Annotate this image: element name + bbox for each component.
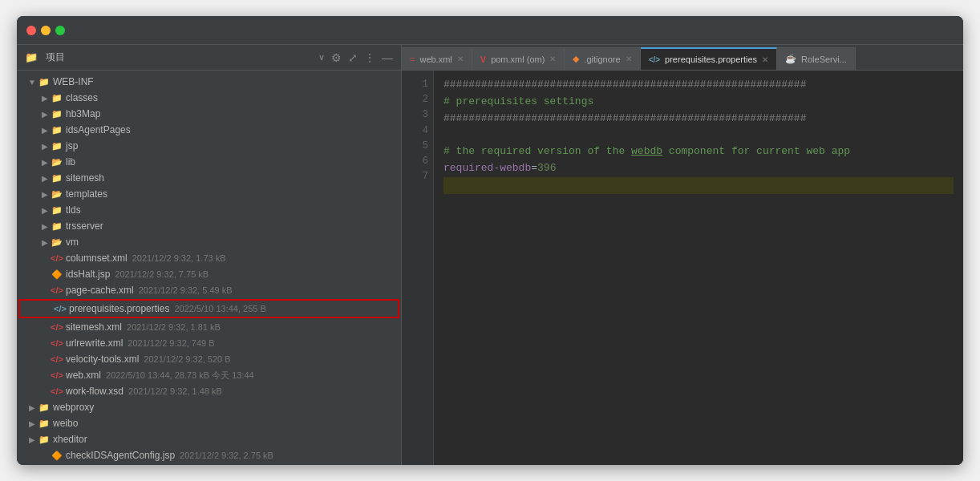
tab-icon-xml: = [410,55,415,64]
tree-item-label: weibo [53,418,78,429]
file-meta: 2021/12/2 9:32, 749 B [128,338,214,348]
chevron-icon: ▶ [39,124,51,135]
tree-item-classes[interactable]: ▶ 📁 classes [17,90,401,106]
file-meta: 2021/12/2 9:32, 5.49 kB [139,285,233,295]
tab-prerequisites-properties[interactable]: </> prerequisites.properties ✕ [641,47,777,70]
tree-item-label: classes [66,92,98,103]
tree-item-idshalt-jsp[interactable]: ▶ 🔶 idsHalt.jsp 2021/12/2 9:32, 7.75 kB [17,266,401,282]
chevron-icon: ▶ [39,92,51,103]
line-number: 1 [407,77,428,92]
folder-yellow-icon: 📂 [51,236,63,249]
code-line-4 [443,127,954,143]
line-number: 3 [407,107,428,123]
title-bar [17,16,963,45]
chevron-icon: ▶ [26,402,38,413]
tree-item-webproxy[interactable]: ▶ 📁 webproxy [17,399,401,415]
tree-item-sitemesh-xml[interactable]: ▶ </> sitemesh.xml 2021/12/2 9:32, 1.81 … [17,319,401,335]
tree-item-sitemesh[interactable]: ▶ 📁 sitemesh [17,170,401,186]
maximize-button[interactable] [55,26,65,35]
tree-item-prerequisites-properties[interactable]: ▶ </> prerequisites.properties 2022/5/10… [18,299,399,318]
tree-item-weibo[interactable]: ▶ 📁 weibo [17,415,401,431]
expand-icon[interactable]: ⤢ [348,51,358,64]
tree-item-label: sitemesh [66,172,104,184]
tab-roleservi[interactable]: ☕ RoleServi... [777,47,856,70]
folder-icon: 📁 [51,220,63,232]
file-meta: 2021/12/2 9:32, 1.48 kB [128,386,222,396]
tree-item-label: idsAgentPages [66,124,131,135]
sidebar-tree: ▼ 📁 WEB-INF ▶ 📁 classes ▶ 📁 hb3Map [17,71,401,465]
code-editor[interactable]: 1 2 3 4 5 6 7 ##########################… [402,71,963,465]
xml-file-icon: </> [51,321,63,333]
tree-item-label: idsHalt.jsp [66,269,110,280]
code-comment: # the required version of the webdb comp… [443,145,850,157]
main-window: 📁 项目 ∨ ⚙ ⤢ ⋮ — ▼ 📁 WEB-INF [17,16,963,465]
prop-file-icon: </> [54,302,67,315]
folder-icon: 📁 [38,401,51,414]
folder-icon: 📁 [38,75,51,88]
tree-item-urlrewrite-xml[interactable]: ▶ </> urlrewrite.xml 2021/12/2 9:32, 749… [17,335,401,351]
xml-file-icon: </> [51,284,63,297]
folder-icon: 📁 [51,91,63,104]
tree-item-trsserver[interactable]: ▶ 📁 trsserver [17,218,401,234]
collapse-icon[interactable]: — [382,51,393,64]
folder-yellow-icon: 📂 [51,156,63,168]
chevron-icon: ▶ [39,188,51,200]
tab-close-button[interactable]: ✕ [457,55,464,63]
tab-close-button[interactable]: ✕ [626,55,632,63]
tree-item-xheditor[interactable]: ▶ 📁 xheditor [17,431,401,447]
line-number: 7 [407,169,428,184]
code-line-3: ########################################… [443,111,954,127]
tree-item-jsp[interactable]: ▶ 📁 jsp [17,138,401,154]
tab-pom-xml[interactable]: V pom.xml (om) ✕ [472,47,565,70]
tab-label: RoleServi... [801,55,847,64]
tree-item-web-xml[interactable]: ▶ </> web.xml 2022/5/10 13:44, 28.73 kB … [17,367,401,383]
tree-item-crt-html[interactable]: ▶ 🟧 crt.html 2021/12/2 9:32, 461 B [17,463,401,465]
tree-item-work-flow-xsd[interactable]: ▶ </> work-flow.xsd 2021/12/2 9:32, 1.48… [17,383,401,399]
more-icon[interactable]: ⋮ [364,51,375,64]
tree-item-templates[interactable]: ▶ 📂 templates [17,186,401,202]
close-button[interactable] [26,26,36,35]
tab-label: web.xml [419,55,452,64]
tree-item-hb3map[interactable]: ▶ 📁 hb3Map [17,106,401,122]
file-meta: 2022/5/10 13:44, 28.73 kB 今天 13:44 [106,370,254,382]
tab-close-button[interactable]: ✕ [549,55,556,63]
tree-item-label: columnset.xml [66,253,128,264]
tree-item-label: lib [66,156,75,168]
tab-icon-maven: V [480,55,486,64]
code-line-1: ########################################… [443,77,954,94]
chevron-icon: ▼ [26,76,38,87]
code-hash: ########################################… [443,79,806,91]
tree-item-web-inf[interactable]: ▼ 📁 WEB-INF [17,74,401,90]
tree-item-lib[interactable]: ▶ 📂 lib [17,154,401,170]
tab-close-button[interactable]: ✕ [762,55,768,64]
file-meta: 2022/5/10 13:44, 255 B [174,304,265,313]
tree-item-idsagentpages[interactable]: ▶ 📁 idsAgentPages [17,122,401,138]
code-line-6: required-webdb=396 [443,160,954,177]
tree-item-checkids-jsp[interactable]: ▶ 🔶 checkIDSAgentConfig.jsp 2021/12/2 9:… [17,447,401,463]
tree-item-columnset-xml[interactable]: ▶ </> columnset.xml 2021/12/2 9:32, 1.73… [17,250,401,266]
tree-item-label: checkIDSAgentConfig.jsp [66,450,175,461]
tree-item-vm[interactable]: ▶ 📂 vm [17,234,401,250]
code-line-5: # the required version of the webdb comp… [443,143,954,160]
file-meta: 2021/12/2 9:32, 1.73 kB [132,253,226,263]
folder-yellow-icon: 📂 [51,188,63,200]
tab-label: .gitignore [584,55,620,64]
code-content[interactable]: ########################################… [434,71,963,465]
tree-item-velocity-tools-xml[interactable]: ▶ </> velocity-tools.xml 2021/12/2 9:32,… [17,351,401,367]
code-line-2: # prerequisites settings [443,94,954,111]
tree-item-label: hb3Map [66,108,100,119]
minimize-button[interactable] [41,26,51,35]
tab-label: prerequisites.properties [665,55,757,64]
tree-item-label: prerequisites.properties [69,303,169,314]
tree-item-label: tlds [66,204,81,216]
tree-item-label: velocity-tools.xml [66,354,139,365]
settings-icon[interactable]: ⚙ [331,51,342,64]
tree-item-page-cache-xml[interactable]: ▶ </> page-cache.xml 2021/12/2 9:32, 5.4… [17,282,401,298]
tab-label: pom.xml (om) [491,55,545,64]
chevron-icon: ▶ [39,236,51,248]
tree-item-tlds[interactable]: ▶ 📁 tlds [17,202,401,218]
line-numbers: 1 2 3 4 5 6 7 [402,71,434,465]
tab-web-xml[interactable]: = web.xml ✕ [402,47,472,70]
tab-gitignore[interactable]: ◆ .gitignore ✕ [565,47,640,70]
tree-item-label: xheditor [53,434,87,445]
